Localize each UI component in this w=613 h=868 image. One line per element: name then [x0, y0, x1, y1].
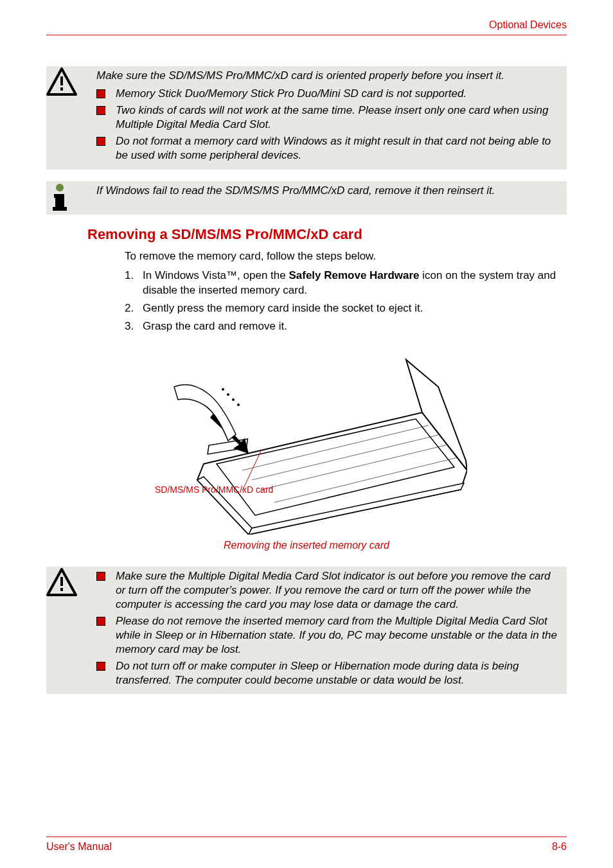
bullet-text: Make sure the Multiple Digital Media Car…	[116, 569, 560, 612]
info-callout: If Windows fail to read the SD/MS/MS Pro…	[46, 181, 567, 215]
svg-point-10	[232, 398, 235, 401]
warning-bullet: Two kinds of cards will not work at the …	[96, 103, 560, 132]
warning-lead-text: Make sure the SD/MS/MS Pro/MMC/xD card i…	[96, 69, 560, 83]
step-item: 2. Gently press the memory card inside t…	[125, 301, 567, 316]
header-right: Optional Devices	[489, 19, 567, 30]
step-text: In Windows Vista™, open the Safely Remov…	[143, 268, 567, 299]
step-text-bold: Safely Remove Hardware	[289, 269, 419, 281]
svg-point-11	[237, 403, 240, 406]
svg-rect-0	[60, 76, 63, 85]
bullet-text: Do not turn off or make computer in Slee…	[116, 659, 560, 687]
step-number: 2.	[125, 301, 143, 316]
warning-bullet: Do not format a memory card with Windows…	[96, 134, 560, 163]
svg-point-2	[56, 184, 64, 191]
steps-list: 1. In Windows Vista™, open the Safely Re…	[125, 268, 567, 334]
warning-icon	[46, 568, 77, 596]
bullet-text: Do not format a memory card with Windows…	[116, 134, 560, 163]
step-text: Gently press the memory card inside the …	[143, 301, 567, 316]
bullet-icon	[96, 662, 105, 671]
bullet-icon	[96, 617, 105, 626]
figure-caption: Removing the inserted memory card	[46, 540, 567, 551]
svg-point-8	[222, 388, 224, 391]
section-heading: Removing a SD/MS/MS Pro/MMC/xD card	[87, 226, 567, 243]
footer-left: User's Manual	[46, 841, 112, 853]
warning-bullet: Make sure the Multiple Digital Media Car…	[96, 569, 560, 612]
info-icon	[46, 182, 73, 212]
bullet-text: Two kinds of cards will not work at the …	[116, 103, 560, 132]
warning-icon	[46, 67, 77, 96]
step-item: 1. In Windows Vista™, open the Safely Re…	[125, 268, 567, 299]
page-footer: User's Manual 8-6	[46, 837, 567, 853]
page-header: Optional Devices	[46, 19, 567, 35]
svg-rect-14	[60, 588, 63, 591]
svg-point-9	[227, 393, 229, 396]
bullet-icon	[96, 137, 105, 146]
warning-callout-1: Make sure the SD/MS/MS Pro/MMC/xD card i…	[46, 66, 567, 170]
info-text: If Windows fail to read the SD/MS/MS Pro…	[96, 184, 560, 198]
step-text-part: In Windows Vista™, open the	[143, 269, 289, 281]
warning-callout-2: Make sure the Multiple Digital Media Car…	[46, 567, 567, 695]
warning-bullet: Do not turn off or make computer in Slee…	[96, 659, 560, 687]
step-item: 3. Grasp the card and remove it.	[125, 319, 567, 334]
svg-rect-1	[60, 87, 63, 91]
bullet-icon	[96, 89, 105, 98]
bullet-text: Please do not remove the inserted memory…	[116, 614, 560, 657]
figure-label: SD/MS/MS Pro/MMC/xD card	[155, 484, 273, 495]
footer-right: 8-6	[552, 841, 567, 853]
svg-rect-13	[60, 577, 63, 586]
warning-bullet: Please do not remove the inserted memory…	[96, 614, 560, 657]
laptop-illustration-icon	[146, 348, 467, 535]
step-number: 1.	[125, 268, 143, 299]
figure: SD/MS/MS Pro/MMC/xD card Removing the in…	[46, 348, 567, 551]
bullet-icon	[96, 572, 105, 581]
step-number: 3.	[125, 319, 143, 334]
bullet-icon	[96, 106, 105, 115]
step-text: Grasp the card and remove it.	[143, 319, 567, 334]
section-intro: To remove the memory card, follow the st…	[125, 249, 567, 264]
warning-bullet: Memory Stick Duo/Memory Stick Pro Duo/Mi…	[96, 87, 560, 101]
bullet-text: Memory Stick Duo/Memory Stick Pro Duo/Mi…	[116, 87, 560, 101]
